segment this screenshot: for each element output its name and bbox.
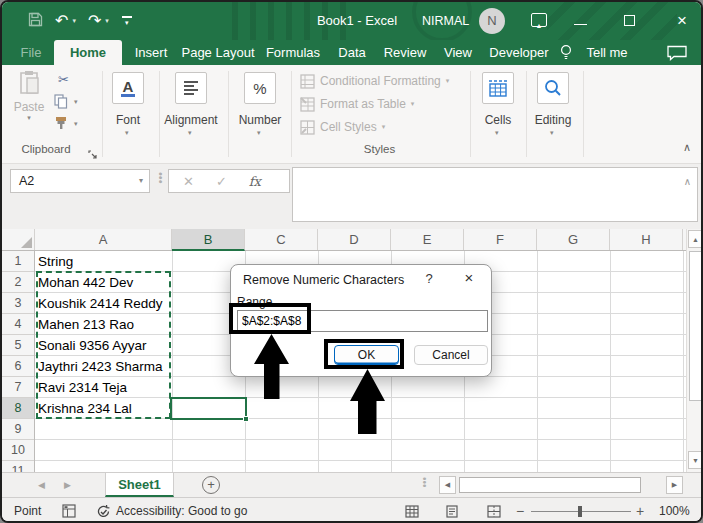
row-header-7[interactable]: 7 [2,377,34,398]
tab-home[interactable]: Home [54,40,122,65]
font-group-icon[interactable]: A [112,72,144,104]
scroll-right-icon[interactable]: ▶ [666,476,683,494]
name-box-dropdown-icon[interactable]: ▾ [139,170,143,192]
row-header-1[interactable]: 1 [2,251,34,272]
accessibility-icon[interactable] [96,504,111,523]
cells-group-icon[interactable] [482,72,514,104]
fill-handle[interactable] [243,416,249,422]
column-header-g[interactable]: G [537,229,610,250]
user-name[interactable]: NIRMAL [422,2,469,40]
column-header-a[interactable]: A [35,229,172,250]
tab-review[interactable]: Review [378,40,432,65]
tab-insert[interactable]: Insert [126,40,176,65]
collapse-formula-bar-icon[interactable]: ∧ [684,176,691,187]
conditional-formatting-button[interactable]: Conditional Formatting▾ [300,73,449,89]
row-header-4[interactable]: 4 [2,314,34,335]
cell-styles-button[interactable]: Cell Styles▾ [300,119,385,135]
format-painter-icon[interactable] [54,116,68,133]
insert-function-icon[interactable]: fx [249,174,261,189]
scroll-down-icon[interactable]: ▼ [688,451,703,469]
dialog-title: Remove Numeric Characters [243,273,404,287]
row-header-6[interactable]: 6 [2,356,34,377]
copy-icon[interactable] [54,94,68,112]
column-header-d[interactable]: D [318,229,391,250]
sheet-nav-right-icon[interactable]: ▶ [64,473,71,497]
alignment-group-icon[interactable] [175,72,207,104]
copy-dropdown-icon[interactable]: ▾ [74,98,78,106]
font-dropdown-icon[interactable]: ▾ [125,129,129,137]
zoom-slider-handle[interactable] [578,506,582,517]
undo-dropdown-icon[interactable]: ▾ [72,17,76,25]
minimize-button[interactable] [574,24,587,25]
column-header-b[interactable]: B [172,229,245,251]
editing-dropdown-icon[interactable]: ▾ [550,129,554,137]
ribbon-display-options-icon[interactable]: ▲ [531,13,547,27]
close-button[interactable]: × [670,8,694,34]
scroll-left-icon[interactable]: ◀ [439,476,456,494]
alignment-dropdown-icon[interactable]: ▾ [188,129,192,137]
maximize-button[interactable] [624,15,635,26]
number-group-icon[interactable]: % [244,72,276,104]
column-header-f[interactable]: F [464,229,537,250]
select-all-button[interactable] [2,229,35,250]
redo-dropdown-icon[interactable]: ▾ [105,17,109,25]
tab-view[interactable]: View [436,40,480,65]
customize-qat-icon[interactable]: ▾ [121,16,133,27]
normal-view-icon[interactable] [405,504,419,522]
undo-icon[interactable]: ↶ [55,13,68,29]
new-sheet-button[interactable]: + [202,476,220,494]
save-icon[interactable] [28,12,43,31]
formula-bar-drag-dots[interactable]: ••• [158,172,164,184]
number-dropdown-icon[interactable]: ▾ [257,129,261,137]
page-layout-view-icon[interactable] [445,504,459,522]
format-as-table-button[interactable]: Format as Table▾ [300,96,414,112]
editing-group-icon[interactable] [537,72,569,104]
zoom-in-icon[interactable]: + [636,498,644,523]
tab-page-layout[interactable]: Page Layout [180,40,256,65]
vertical-scrollbar-thumb[interactable] [689,251,702,401]
sheet-tab-sheet1[interactable]: Sheet1 [105,473,174,497]
collapse-ribbon-icon[interactable]: ∧ [683,141,691,154]
tab-data[interactable]: Data [330,40,374,65]
column-header-h[interactable]: H [610,229,683,250]
row-header-5[interactable]: 5 [2,335,34,356]
tab-tell-me[interactable]: Tell me [580,40,634,65]
zoom-out-icon[interactable]: − [516,498,524,523]
zoom-level[interactable]: 100% [659,498,690,523]
scroll-up-icon[interactable]: ▲ [688,230,703,248]
cut-icon[interactable]: ✂ [58,72,69,87]
horizontal-scrollbar-thumb[interactable] [459,477,641,493]
cell-a1[interactable]: String [38,251,73,272]
avatar[interactable]: N [479,8,505,34]
row-header-3[interactable]: 3 [2,293,34,314]
row-header-9[interactable]: 9 [2,419,34,440]
tab-formulas[interactable]: Formulas [260,40,326,65]
dialog-close-icon[interactable]: × [459,269,479,286]
column-header-e[interactable]: E [391,229,464,250]
confirm-entry-icon[interactable]: ✓ [216,174,227,189]
vertical-scrollbar[interactable]: ▲ ▼ [686,229,703,472]
macro-record-icon[interactable] [62,504,76,522]
cancel-button[interactable]: Cancel [414,345,488,365]
name-box[interactable]: A2 ▾ [10,169,150,193]
formula-input[interactable]: ∧ [292,167,698,222]
tab-developer[interactable]: Developer [484,40,554,65]
clipboard-dialog-launcher-icon[interactable] [88,145,97,163]
redo-icon[interactable]: ↷ [88,13,101,29]
cells-dropdown-icon[interactable]: ▾ [495,129,499,137]
format-painter-dropdown-icon[interactable]: ▾ [74,120,78,128]
tab-file[interactable]: File [10,40,52,65]
comment-icon[interactable] [666,45,688,65]
row-header-10[interactable]: 10 [2,440,34,461]
page-break-preview-icon[interactable] [487,504,501,522]
row-header-2[interactable]: 2 [2,272,34,293]
dialog-help-icon[interactable]: ? [421,271,437,286]
active-cell-b8[interactable] [170,397,247,420]
sheet-nav-left-icon[interactable]: ◀ [38,473,45,497]
paste-button[interactable]: Paste ▾ [10,70,48,122]
scrollbar-resize-dots[interactable]: ••• [422,477,427,488]
accessibility-status[interactable]: Accessibility: Good to go [116,498,247,523]
row-header-8[interactable]: 8 [2,398,34,419]
cancel-entry-icon[interactable]: ✕ [183,174,194,189]
column-header-c[interactable]: C [245,229,318,250]
